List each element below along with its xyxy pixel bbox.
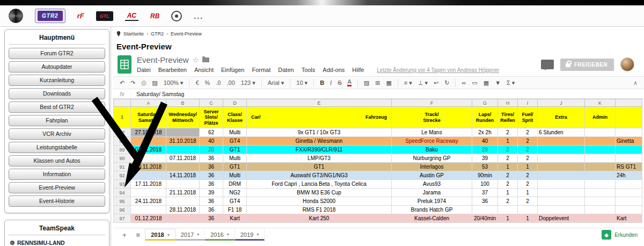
cell-J90[interactable] bbox=[538, 154, 585, 163]
cell-J93[interactable] bbox=[538, 180, 585, 189]
column-header-J[interactable]: J bbox=[538, 99, 585, 107]
cell-L94[interactable] bbox=[616, 189, 642, 197]
breadcrumb-item-startseite[interactable]: Startseite bbox=[123, 31, 144, 37]
cell-J91[interactable] bbox=[538, 163, 585, 171]
cell-I89[interactable]: 2 bbox=[518, 146, 538, 154]
insert-link-icon[interactable]: ∞ bbox=[462, 79, 466, 86]
cell-F88[interactable]: SpeedForce Raceway bbox=[392, 137, 472, 146]
cell-B94[interactable]: 21.11.2018 bbox=[166, 189, 200, 197]
decimal-decrease-icon[interactable]: .0 bbox=[216, 79, 221, 86]
column-header-I[interactable]: I bbox=[518, 99, 538, 107]
cell-H90[interactable]: 2 bbox=[498, 154, 518, 163]
cell-B96[interactable]: 28.11.2018 bbox=[166, 206, 200, 214]
cell-F1[interactable]: Track/ Strecke bbox=[392, 107, 472, 128]
menu-add-ons[interactable]: Add-ons bbox=[323, 67, 345, 73]
sidebar-item-autoupdater[interactable]: Autoupdater bbox=[9, 61, 105, 73]
menu-daten[interactable]: Daten bbox=[278, 67, 294, 73]
decimal-increase-icon[interactable]: .00 bbox=[226, 79, 235, 86]
cell-K87[interactable] bbox=[585, 128, 616, 137]
cell-B90[interactable]: 07.11.2018 bbox=[166, 154, 200, 163]
cell-D90[interactable]: Multi bbox=[223, 154, 247, 163]
zoom-select[interactable]: 100% ▾ bbox=[164, 79, 184, 86]
cell-K92[interactable] bbox=[585, 171, 616, 180]
sidebar-item-best-of-gtr2[interactable]: Best of GTR2 bbox=[9, 102, 105, 113]
cell-G91[interactable]: 53 bbox=[472, 163, 498, 171]
collapse-toolbar-icon[interactable]: ∧ bbox=[633, 79, 638, 86]
row-header-90[interactable]: 90 bbox=[114, 154, 131, 163]
row-header-91[interactable]: 91 bbox=[114, 163, 131, 171]
cell-D93[interactable]: DRM bbox=[223, 180, 247, 189]
cell-J92[interactable] bbox=[538, 171, 585, 180]
cell-B91[interactable] bbox=[166, 163, 200, 171]
column-header-K[interactable]: K bbox=[585, 99, 616, 107]
cell-H97[interactable]: 1 bbox=[498, 214, 518, 223]
formula-input[interactable]: Saturday/ Samstag bbox=[131, 91, 184, 97]
cell-K91[interactable] bbox=[585, 163, 616, 171]
cell-J89[interactable] bbox=[538, 146, 585, 154]
cell-E1[interactable]: Car/Fahrzeug bbox=[247, 107, 392, 128]
sidebar-item-event-historie[interactable]: Event-Historie bbox=[9, 196, 105, 207]
menu-datei[interactable]: Datei bbox=[137, 67, 151, 73]
percent-format-icon[interactable]: % bbox=[205, 79, 210, 86]
cell-H95[interactable]: 2 bbox=[498, 197, 518, 206]
cell-I95[interactable]: 2 bbox=[518, 197, 538, 206]
sidebar-item-information[interactable]: Information bbox=[9, 169, 105, 180]
cell-F90[interactable]: Nürburgring GP bbox=[392, 154, 472, 163]
cell-I90[interactable]: 2 bbox=[518, 154, 538, 163]
cell-I97[interactable]: 1 bbox=[518, 214, 538, 223]
cell-E91[interactable]: GT1 bbox=[247, 163, 392, 171]
cell-A97[interactable]: 01.12.2018 bbox=[131, 214, 166, 223]
cell-G1[interactable]: Laps/ Runden bbox=[472, 107, 498, 128]
cell-D97[interactable]: Kart bbox=[223, 214, 247, 223]
logo-home[interactable] bbox=[9, 9, 23, 23]
cell-D92[interactable]: Multi bbox=[223, 171, 247, 180]
cell-L93[interactable] bbox=[616, 180, 642, 189]
grid-corner[interactable] bbox=[114, 99, 131, 107]
sidebar-item-kurzanleitung[interactable]: Kurzanleitung bbox=[9, 75, 105, 86]
horizontal-align-icon[interactable]: ≡ ▾ bbox=[404, 79, 412, 86]
cell-F95[interactable]: Preluk 1974 bbox=[392, 197, 472, 206]
cell-C1[interactable]: Server Slots/ Plätze bbox=[200, 107, 223, 128]
cell-F93[interactable]: Avus93 bbox=[392, 180, 472, 189]
cell-I94[interactable]: 1 bbox=[518, 189, 538, 197]
logo-assetto-corsa[interactable]: AC bbox=[125, 11, 138, 21]
row-header-87[interactable]: 87 bbox=[114, 128, 131, 137]
row-header-1[interactable]: 1 bbox=[114, 107, 131, 128]
cell-A88[interactable] bbox=[131, 137, 166, 146]
merge-cells-icon[interactable]: ▦ bbox=[386, 79, 391, 86]
column-header-H[interactable]: H bbox=[498, 99, 518, 107]
cell-E92[interactable]: Auswahl GT3/NG1/NG3 bbox=[247, 171, 392, 180]
print-icon[interactable]: ⎙ bbox=[141, 79, 146, 86]
cell-I1[interactable]: Fuel/ Sprit bbox=[518, 107, 538, 128]
column-header-C[interactable]: C bbox=[200, 99, 223, 107]
cell-A1[interactable]: Saturday/ Samstag bbox=[131, 107, 166, 128]
cell-C95[interactable]: 36 bbox=[200, 197, 223, 206]
add-sheet-button[interactable]: + bbox=[118, 231, 131, 239]
row-header-96[interactable]: 96 bbox=[114, 206, 131, 214]
cell-E88[interactable]: Ginetta / Wiesmann bbox=[247, 137, 392, 146]
cell-I92[interactable]: 2 bbox=[518, 171, 538, 180]
cell-H91[interactable]: 1 bbox=[498, 163, 518, 171]
cell-A93[interactable]: 17.11.2018 bbox=[131, 180, 166, 189]
move-to-folder-icon[interactable] bbox=[202, 57, 209, 62]
cell-L91[interactable]: RS GT1 bbox=[616, 163, 642, 171]
cell-A90[interactable] bbox=[131, 154, 166, 163]
cell-F97[interactable]: Kassel-Calden bbox=[392, 214, 472, 223]
cell-A87[interactable]: 27.10.2018 bbox=[131, 128, 166, 137]
menu-hilfe[interactable]: Hilfe bbox=[352, 67, 364, 73]
cell-I93[interactable]: 2 bbox=[518, 180, 538, 189]
row-header-97[interactable]: 97 bbox=[114, 214, 131, 223]
cell-J94[interactable] bbox=[538, 189, 585, 197]
strikethrough-icon[interactable]: S bbox=[338, 79, 341, 86]
cell-E87[interactable]: 9x GT1 / 10x GT3 bbox=[247, 128, 392, 137]
cell-D88[interactable]: GT4 bbox=[223, 137, 247, 146]
sidebar-item-fahrplan[interactable]: Fahrplan bbox=[9, 115, 105, 126]
row-header-89[interactable]: 89 bbox=[114, 146, 131, 154]
cell-E89[interactable]: FXX/R390/CLR/911 bbox=[247, 146, 392, 154]
bold-icon[interactable]: B bbox=[320, 79, 324, 86]
cell-F92[interactable]: Austin GP bbox=[392, 171, 472, 180]
menu-tools[interactable]: Tools bbox=[302, 67, 316, 73]
cell-E97[interactable]: Kart 250 bbox=[247, 214, 392, 223]
cell-A92[interactable] bbox=[131, 171, 166, 180]
cell-F87[interactable]: Le Mans bbox=[392, 128, 472, 137]
